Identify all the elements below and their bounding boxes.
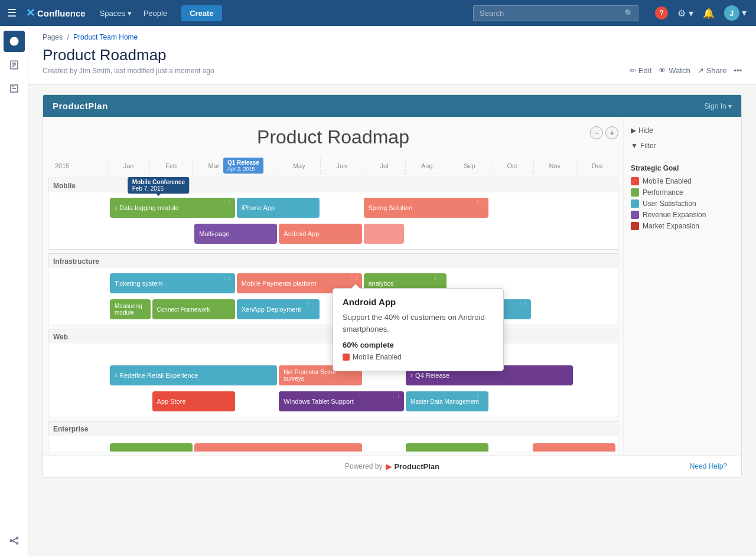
redefine-retail-bar[interactable]: › Redefine Retail Experience bbox=[110, 365, 277, 385]
confluence-logo-text: Confluence bbox=[37, 8, 86, 18]
month-jun: Jun bbox=[320, 158, 363, 174]
sidebar-blog-icon[interactable] bbox=[4, 78, 25, 99]
ent-bar-1[interactable] bbox=[110, 443, 193, 452]
need-help-link[interactable]: Need Help? bbox=[690, 462, 727, 470]
analytics-dots: ⋮⋮ bbox=[433, 275, 444, 281]
notifications-button[interactable]: 🔔 bbox=[700, 5, 717, 21]
signin-button[interactable]: Sign In ▾ bbox=[704, 102, 732, 110]
legend-dot bbox=[631, 199, 639, 208]
roadmap-controls: − + bbox=[590, 126, 618, 139]
breadcrumb-separator: / bbox=[67, 33, 69, 41]
bar-arrow-q4: › bbox=[410, 371, 413, 380]
month-jul: Jul bbox=[363, 158, 405, 174]
breadcrumb-current[interactable]: Product Team Home bbox=[73, 33, 138, 41]
android-app-tooltip: Android App Support the 40% of customers… bbox=[333, 288, 504, 371]
month-sep: Sep bbox=[448, 158, 490, 174]
share-icon: ↗ bbox=[698, 66, 704, 75]
enterprise-lane-title: Enterprise bbox=[48, 421, 618, 436]
data-logging-bar[interactable]: › Data logging module ⋮⋮ bbox=[110, 198, 235, 218]
ent-bar-2[interactable] bbox=[194, 443, 361, 452]
zoom-in-button[interactable]: + bbox=[605, 126, 618, 139]
more-actions-button[interactable]: ••• bbox=[734, 66, 742, 75]
xenapp-dots: ⋮⋮ bbox=[306, 301, 317, 307]
bar-dots-2: ⋮⋮ bbox=[475, 199, 485, 205]
page-header: Pages / Product Team Home Product Roadma… bbox=[28, 26, 756, 85]
watch-button[interactable]: 👁 Watch bbox=[659, 66, 690, 75]
multipage-bar[interactable]: Multi-page bbox=[194, 224, 277, 244]
confluence-logo: ✕ Confluence bbox=[26, 6, 86, 19]
productplan-embed: ProductPlan Sign In ▾ − + Product Roadma… bbox=[43, 94, 742, 477]
month-aug: Aug bbox=[405, 158, 448, 174]
android-app-bar[interactable]: Android App bbox=[279, 224, 361, 244]
legend-dot bbox=[631, 211, 639, 219]
app-store-bar[interactable]: App Store bbox=[152, 391, 235, 411]
search-bar: 🔍 bbox=[473, 5, 638, 21]
hide-button[interactable]: ▶ Hide bbox=[631, 126, 734, 135]
tooltip-title: Android App bbox=[343, 297, 494, 307]
tooltip-tag-label: Mobile Enabled bbox=[353, 353, 402, 361]
nav-spaces[interactable]: Spaces ▾ bbox=[95, 6, 136, 20]
share-button[interactable]: ↗ Share bbox=[698, 66, 727, 75]
mobile-lane-body: Mobile Conference Feb 7, 2015 › bbox=[48, 192, 618, 250]
connect-framework-bar[interactable]: Connect Framework bbox=[152, 299, 235, 319]
hide-arrow-icon: ▶ bbox=[631, 126, 636, 135]
help-button[interactable]: ? bbox=[653, 4, 670, 22]
tooltip-description: Support the 40% of customers on Android … bbox=[343, 312, 494, 335]
settings-button[interactable]: ⚙ ▾ bbox=[675, 5, 695, 21]
ticketing-dots: ⋮⋮ bbox=[221, 275, 232, 281]
bar-dots: ⋮⋮ bbox=[221, 199, 232, 205]
edit-button[interactable]: ✏ Edit bbox=[630, 66, 651, 75]
measuring-bar[interactable]: Measuring module bbox=[110, 299, 151, 319]
windows-tablet-bar[interactable]: Windows Tablet Support ⋮⋮ bbox=[279, 391, 404, 411]
roadmap-sidebar: ▶ Hide ▼ Filter Strategic Goal Mobile En… bbox=[623, 117, 741, 455]
breadcrumb-pages[interactable]: Pages bbox=[43, 33, 63, 41]
android-overflow-bar[interactable] bbox=[364, 224, 405, 244]
legend-dot bbox=[631, 177, 639, 185]
legend-item-performance: Performance bbox=[631, 188, 734, 197]
month-labels: JanFebMarAprMayJunJulAugSepOctNovDec bbox=[107, 158, 618, 174]
enterprise-lane: Enterprise bbox=[48, 421, 618, 452]
powered-by-text: Powered by bbox=[345, 462, 382, 470]
mobile-conf-marker: Mobile Conference Feb 7, 2015 bbox=[128, 177, 189, 194]
create-button[interactable]: Create bbox=[181, 5, 221, 21]
legend-item-market-expansion: Market Expansion bbox=[631, 222, 734, 230]
legend-item-user-satisfaction: User Satisfaction bbox=[631, 199, 734, 208]
mobile-row-2: Multi-page Android App bbox=[48, 222, 618, 246]
left-sidebar bbox=[0, 26, 28, 556]
search-input[interactable] bbox=[473, 5, 638, 21]
sidebar-pages-icon[interactable] bbox=[4, 54, 25, 76]
svg-point-5 bbox=[10, 540, 12, 542]
legend-label: Market Expansion bbox=[643, 222, 699, 230]
legend-item-revenue-expansion: Revenue Expansion bbox=[631, 211, 734, 219]
master-data-bar[interactable]: Master Data Management ⋮⋮ bbox=[406, 391, 488, 411]
legend-items: Mobile EnabledPerformanceUser Satisfacti… bbox=[631, 177, 734, 230]
filter-button[interactable]: ▼ Filter bbox=[631, 142, 734, 150]
mobile-row-1: › Data logging module ⋮⋮ iPhone App bbox=[48, 196, 618, 220]
hamburger-menu[interactable]: ☰ bbox=[7, 6, 17, 19]
nav-people[interactable]: People bbox=[139, 6, 172, 20]
month-dec: Dec bbox=[576, 158, 618, 174]
legend-dot bbox=[631, 222, 639, 230]
xenapp-bar[interactable]: XenApp Deployment ⋮⋮ bbox=[237, 299, 320, 319]
web-bars-row2: App Store Windows Tablet Support ⋮⋮ Mast… bbox=[107, 391, 618, 412]
master-dots: ⋮⋮ bbox=[475, 393, 485, 399]
ent-bar-3[interactable] bbox=[406, 443, 488, 452]
spring-solution-bar[interactable]: Spring Solution ⋮⋮ bbox=[364, 198, 489, 218]
filter-label: Filter bbox=[640, 142, 656, 150]
sidebar-tree-icon[interactable] bbox=[4, 530, 25, 551]
roadmap-main: − + Product Roadmap 2015 JanFebMarAprMay… bbox=[43, 117, 623, 455]
bar-arrow-retail: › bbox=[115, 371, 117, 380]
zoom-out-button[interactable]: − bbox=[590, 126, 603, 139]
ticketing-bar[interactable]: Ticketing system ⋮⋮ bbox=[110, 273, 235, 293]
iphone-app-bar[interactable]: iPhone App bbox=[237, 198, 320, 218]
month-nov: Nov bbox=[533, 158, 576, 174]
legend-item-mobile-enabled: Mobile Enabled bbox=[631, 177, 734, 185]
search-icon: 🔍 bbox=[624, 9, 634, 18]
user-menu-button[interactable]: J ▾ bbox=[722, 3, 749, 23]
main-content: Pages / Product Team Home Product Roadma… bbox=[28, 26, 756, 556]
roadmap-title: Product Roadmap bbox=[43, 126, 623, 148]
sidebar-home-icon[interactable] bbox=[4, 31, 25, 52]
svg-point-7 bbox=[16, 542, 18, 544]
ent-bar-4[interactable] bbox=[533, 443, 615, 452]
legend-section: Strategic Goal Mobile EnabledPerformance… bbox=[631, 164, 734, 230]
